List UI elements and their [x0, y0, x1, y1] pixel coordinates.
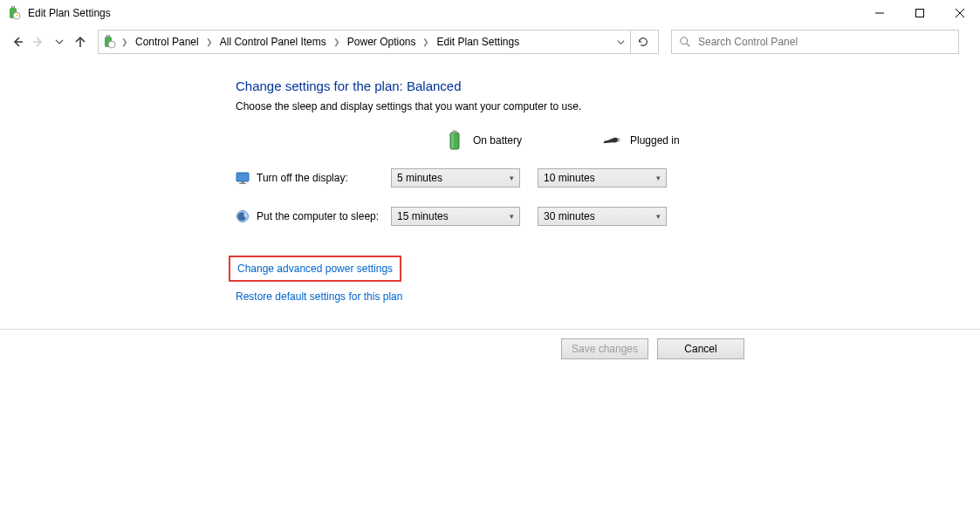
svg-rect-4: [916, 10, 924, 17]
sleep-battery-dropdown[interactable]: 15 minutes ▾: [391, 207, 520, 226]
chevron-down-icon: ▾: [510, 174, 514, 182]
display-battery-dropdown[interactable]: 5 minutes ▾: [391, 168, 520, 188]
titlebar: Edit Plan Settings: [0, 0, 980, 26]
button-bar: Save changes Cancel: [0, 329, 980, 359]
advanced-settings-link[interactable]: Change advanced power settings: [229, 256, 401, 282]
svg-rect-6: [106, 35, 108, 38]
address-dropdown-button[interactable]: [613, 33, 628, 51]
display-label: Turn off the display:: [257, 172, 391, 184]
svg-rect-16: [241, 181, 244, 183]
svg-rect-14: [617, 140, 620, 141]
breadcrumb-item[interactable]: All Control Panel Items: [216, 36, 330, 48]
content-area: Change settings for the plan: Balanced C…: [0, 58, 980, 315]
breadcrumb-item[interactable]: Edit Plan Settings: [433, 36, 523, 48]
search-box[interactable]: [671, 30, 959, 54]
save-button[interactable]: Save changes: [561, 338, 648, 359]
on-battery-label: On battery: [473, 134, 522, 147]
up-button[interactable]: [72, 33, 89, 51]
page-heading: Change settings for the plan: Balanced: [236, 78, 963, 93]
column-headers: On battery Plugged in: [391, 130, 963, 151]
svg-rect-7: [109, 35, 111, 38]
window-title: Edit Plan Settings: [28, 7, 111, 19]
address-bar[interactable]: ❯ Control Panel ❯ All Control Panel Item…: [98, 30, 659, 54]
navigation-bar: ❯ Control Panel ❯ All Control Panel Item…: [0, 26, 980, 58]
maximize-button[interactable]: [900, 0, 940, 26]
chevron-down-icon: ▾: [656, 212, 661, 221]
sleep-label: Put the computer to sleep:: [257, 210, 391, 222]
chevron-right-icon[interactable]: ❯: [332, 38, 342, 46]
sleep-plugged-dropdown[interactable]: 30 minutes ▾: [538, 207, 667, 226]
refresh-button[interactable]: [630, 31, 654, 53]
forward-button[interactable]: [30, 33, 47, 51]
sleep-icon: [236, 209, 250, 223]
chevron-right-icon[interactable]: ❯: [120, 38, 130, 46]
battery-icon: [445, 130, 464, 151]
sleep-row: Put the computer to sleep: 15 minutes ▾ …: [236, 207, 963, 226]
plugged-in-label: Plugged in: [630, 134, 680, 147]
window-controls: [860, 0, 980, 26]
power-options-icon: [102, 35, 116, 49]
chevron-right-icon[interactable]: ❯: [421, 38, 431, 46]
links-section: Change advanced power settings Restore d…: [236, 256, 963, 315]
turn-off-display-row: Turn off the display: 5 minutes ▾ 10 min…: [236, 168, 963, 188]
svg-rect-11: [453, 131, 457, 133]
svg-rect-1: [11, 6, 13, 9]
svg-rect-17: [239, 183, 246, 184]
breadcrumb-item[interactable]: Control Panel: [132, 36, 202, 48]
svg-point-8: [108, 41, 115, 48]
svg-rect-12: [451, 133, 454, 148]
chevron-down-icon: ▾: [510, 212, 514, 221]
breadcrumb-item[interactable]: Power Options: [344, 36, 420, 48]
svg-rect-2: [14, 6, 16, 9]
search-icon: [679, 36, 691, 48]
recent-locations-button[interactable]: [51, 33, 68, 51]
back-button[interactable]: [9, 33, 26, 51]
chevron-right-icon[interactable]: ❯: [204, 38, 215, 46]
cancel-button[interactable]: Cancel: [657, 338, 744, 359]
page-subtext: Choose the sleep and display settings th…: [236, 100, 963, 113]
display-plugged-dropdown[interactable]: 10 minutes ▾: [538, 168, 667, 188]
svg-point-9: [681, 38, 688, 44]
chevron-down-icon: ▾: [656, 174, 661, 182]
display-icon: [236, 171, 250, 185]
minimize-button[interactable]: [860, 0, 900, 26]
plug-icon: [602, 130, 621, 151]
on-battery-header: On battery: [445, 130, 581, 151]
power-options-icon: [7, 6, 21, 20]
plugged-in-header: Plugged in: [602, 130, 738, 151]
restore-defaults-link[interactable]: Restore default settings for this plan: [236, 290, 402, 303]
svg-rect-15: [236, 173, 249, 181]
search-input[interactable]: [698, 36, 951, 48]
svg-rect-13: [617, 139, 620, 140]
close-button[interactable]: [940, 0, 980, 26]
